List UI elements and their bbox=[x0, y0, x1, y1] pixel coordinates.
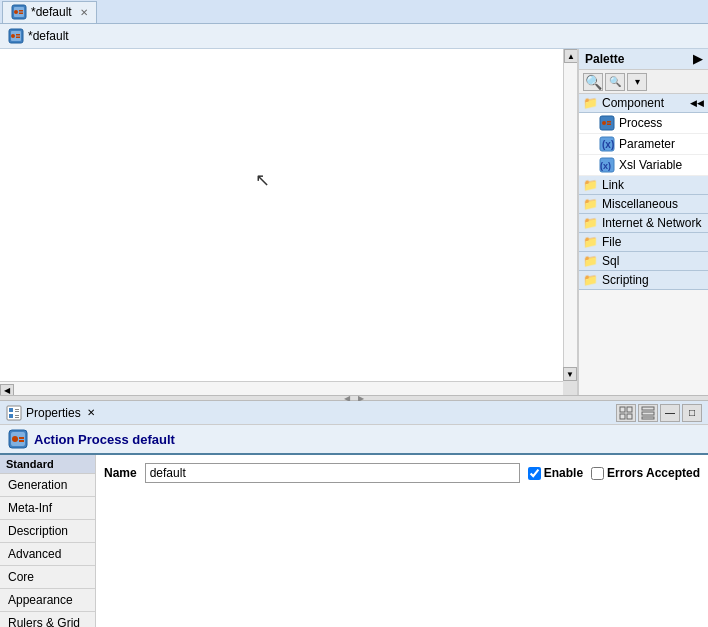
tab-close-button[interactable]: ✕ bbox=[80, 7, 88, 18]
parameter-label: Parameter bbox=[619, 137, 675, 151]
file-folder-icon: 📁 bbox=[583, 235, 598, 249]
palette-section-sql-label: Sql bbox=[602, 254, 619, 268]
svg-point-34 bbox=[12, 436, 18, 442]
properties-title-area: Properties ✕ bbox=[6, 405, 95, 421]
palette-section-misc[interactable]: 📁 Miscellaneous bbox=[579, 195, 708, 214]
palette-section-file-label: File bbox=[602, 235, 621, 249]
name-input[interactable] bbox=[145, 463, 520, 483]
properties-toolbar-right: — □ bbox=[616, 404, 702, 422]
palette-title: Palette bbox=[585, 52, 624, 66]
main-area: ↖ ▲ ◀ ▼ Palette ▶ 🔍 🔍 ▾ 📁 Component ◀◀ bbox=[0, 49, 708, 395]
svg-rect-29 bbox=[642, 407, 654, 410]
xsl-variable-item-icon: (x) bbox=[599, 157, 615, 173]
enable-label-text: Enable bbox=[544, 466, 583, 480]
svg-rect-19 bbox=[9, 408, 13, 412]
scripting-folder-icon: 📁 bbox=[583, 273, 598, 287]
palette-item-process[interactable]: Process bbox=[579, 113, 708, 134]
svg-text:(x): (x) bbox=[602, 139, 614, 150]
svg-rect-31 bbox=[642, 417, 654, 419]
palette-dropdown-button[interactable]: ▾ bbox=[627, 73, 647, 91]
prop-tool-1[interactable] bbox=[616, 404, 636, 422]
link-folder-icon: 📁 bbox=[583, 178, 598, 192]
palette-section-scripting[interactable]: 📁 Scripting bbox=[579, 271, 708, 290]
palette-item-xsl-variable[interactable]: (x) Xsl Variable bbox=[579, 155, 708, 176]
palette-section-file[interactable]: 📁 File bbox=[579, 233, 708, 252]
misc-folder-icon: 📁 bbox=[583, 197, 598, 211]
sql-folder-icon: 📁 bbox=[583, 254, 598, 268]
sidebar-item-core[interactable]: Core bbox=[0, 566, 95, 589]
sidebar-item-description[interactable]: Description bbox=[0, 520, 95, 543]
horizontal-scrollbar[interactable]: ◀ bbox=[0, 381, 563, 395]
process-item-icon bbox=[599, 115, 615, 131]
svg-rect-36 bbox=[19, 440, 24, 442]
zoom-in-button[interactable]: 🔍 bbox=[583, 73, 603, 91]
palette-section-component-label: Component bbox=[602, 96, 664, 110]
tab-label: *default bbox=[31, 5, 72, 19]
prop-tool-2-icon bbox=[641, 406, 655, 420]
vertical-scrollbar[interactable]: ▲ bbox=[563, 49, 577, 381]
palette-section-inet[interactable]: 📁 Internet & Network bbox=[579, 214, 708, 233]
palette-section-link-label: Link bbox=[602, 178, 624, 192]
action-title-icon bbox=[8, 429, 28, 449]
svg-rect-8 bbox=[16, 34, 20, 36]
folder-icon: 📁 bbox=[583, 96, 598, 110]
palette-item-parameter[interactable]: (x) Parameter bbox=[579, 134, 708, 155]
editor-tab[interactable]: *default ✕ bbox=[2, 1, 97, 23]
svg-rect-26 bbox=[627, 407, 632, 412]
parameter-item-icon: (x) bbox=[599, 136, 615, 152]
sidebar-item-advanced[interactable]: Advanced bbox=[0, 543, 95, 566]
palette-section-misc-label: Miscellaneous bbox=[602, 197, 678, 211]
minimize-button[interactable]: — bbox=[660, 404, 680, 422]
prop-tool-1-icon bbox=[619, 406, 633, 420]
properties-panel-icon bbox=[6, 405, 22, 421]
zoom-out-button[interactable]: 🔍 bbox=[605, 73, 625, 91]
scroll-up-arrow[interactable]: ▲ bbox=[564, 49, 578, 63]
canvas-area[interactable]: ↖ ▲ ◀ ▼ bbox=[0, 49, 578, 395]
properties-panel: Properties ✕ — □ bbox=[0, 401, 708, 627]
svg-rect-24 bbox=[15, 417, 19, 418]
svg-rect-21 bbox=[15, 409, 19, 410]
svg-rect-20 bbox=[9, 414, 13, 418]
breadcrumb-label: *default bbox=[28, 29, 69, 43]
props-main: Name Enable Errors Accepted bbox=[96, 455, 708, 627]
svg-rect-12 bbox=[607, 121, 611, 123]
prop-tool-2[interactable] bbox=[638, 404, 658, 422]
svg-point-2 bbox=[14, 10, 18, 14]
scroll-down-arrow[interactable]: ▼ bbox=[563, 367, 577, 381]
sidebar-item-rulers-grid[interactable]: Rulers & Grid bbox=[0, 612, 95, 627]
sidebar-item-appearance[interactable]: Appearance bbox=[0, 589, 95, 612]
svg-rect-28 bbox=[627, 414, 632, 419]
svg-rect-3 bbox=[19, 10, 23, 12]
enable-checkbox-label: Enable bbox=[528, 466, 583, 480]
svg-rect-9 bbox=[16, 37, 20, 39]
palette-section-component[interactable]: 📁 Component ◀◀ bbox=[579, 94, 708, 113]
errors-accepted-checkbox[interactable] bbox=[591, 467, 604, 480]
svg-point-7 bbox=[11, 34, 15, 38]
svg-rect-13 bbox=[607, 124, 611, 126]
sidebar-item-generation[interactable]: Generation bbox=[0, 474, 95, 497]
breadcrumb-icon bbox=[8, 28, 24, 44]
props-sidebar: Standard Generation Meta-Inf Description… bbox=[0, 455, 96, 627]
palette-section-inet-label: Internet & Network bbox=[602, 216, 701, 230]
errors-accepted-label-text: Errors Accepted bbox=[607, 466, 700, 480]
maximize-button[interactable]: □ bbox=[682, 404, 702, 422]
action-title-bar: Action Process default bbox=[0, 425, 708, 455]
svg-rect-30 bbox=[642, 412, 654, 415]
svg-text:(x): (x) bbox=[600, 161, 611, 171]
sidebar-item-meta-inf[interactable]: Meta-Inf bbox=[0, 497, 95, 520]
properties-close-icon[interactable]: ✕ bbox=[87, 407, 95, 418]
svg-rect-35 bbox=[19, 437, 24, 439]
palette-expand-icon[interactable]: ▶ bbox=[693, 52, 702, 66]
palette-section-sql[interactable]: 📁 Sql bbox=[579, 252, 708, 271]
action-title-text: Action Process default bbox=[34, 432, 175, 447]
scroll-left-arrow[interactable]: ◀ bbox=[0, 384, 14, 396]
process-label: Process bbox=[619, 116, 662, 130]
svg-rect-25 bbox=[620, 407, 625, 412]
enable-checkbox[interactable] bbox=[528, 467, 541, 480]
name-label: Name bbox=[104, 466, 137, 480]
xsl-variable-label: Xsl Variable bbox=[619, 158, 682, 172]
errors-accepted-checkbox-label: Errors Accepted bbox=[591, 466, 700, 480]
palette-section-link[interactable]: 📁 Link bbox=[579, 176, 708, 195]
svg-rect-22 bbox=[15, 411, 19, 412]
tab-bar: *default ✕ bbox=[0, 0, 708, 24]
